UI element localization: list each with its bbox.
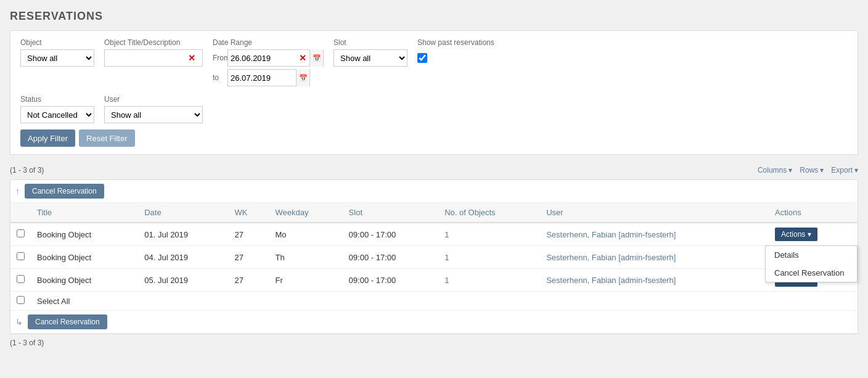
to-date-wrapper: 📅	[227, 69, 310, 86]
user-link[interactable]: Sesterhenn, Fabian [admin-fsesterh]	[546, 276, 676, 285]
row-slot: 09:00 - 17:00	[343, 246, 439, 269]
row-slot: 09:00 - 17:00	[343, 223, 439, 246]
header-wk: WK	[229, 203, 269, 223]
table-wrapper: ↑ Cancel Reservation Title Date WK Weekd…	[10, 179, 858, 334]
slot-filter-group: Slot Show all	[334, 38, 407, 67]
row-checkbox-cell	[10, 269, 31, 292]
to-date-input[interactable]	[228, 71, 296, 85]
past-reservations-group: Show past reservations	[417, 38, 494, 63]
select-up-icon: ↑	[15, 186, 20, 196]
actions-dropdown-menu: Details Cancel Reservation	[765, 245, 858, 282]
row-date: 01. Jul 2019	[138, 223, 228, 246]
select-all-row: Select All	[10, 292, 858, 311]
title-input[interactable]	[105, 51, 185, 65]
row-wk: 27	[229, 269, 269, 292]
row-num-objects: 1	[438, 246, 540, 269]
header-user: User	[540, 203, 769, 223]
row-title: Booking Object	[31, 269, 138, 292]
title-filter-group: Object Title/Description ✕	[104, 38, 203, 67]
date-range-label: Date Range	[213, 38, 324, 47]
apply-filter-button[interactable]: Apply Filter	[20, 129, 75, 147]
top-cancel-reservation-button[interactable]: Cancel Reservation	[25, 184, 104, 199]
row-checkbox-cell	[10, 246, 31, 269]
export-label: Export	[831, 166, 853, 175]
row-num-objects: 1	[438, 223, 540, 246]
row-wk: 27	[229, 246, 269, 269]
row-date: 05. Jul 2019	[138, 269, 228, 292]
user-select[interactable]: Show all	[104, 106, 203, 123]
from-clear-icon[interactable]: ✕	[296, 49, 309, 67]
to-label: to	[213, 73, 225, 82]
user-link[interactable]: Sesterhenn, Fabian [admin-fsesterh]	[546, 253, 676, 262]
slot-select[interactable]: Show all	[334, 49, 407, 67]
export-chevron-icon: ▾	[854, 166, 858, 175]
object-select[interactable]: Show all	[20, 49, 94, 67]
reservations-table: Title Date WK Weekday Slot No. of Object…	[10, 203, 858, 311]
table-row: Booking Object 01. Jul 2019 27 Mo 09:00 …	[10, 223, 858, 246]
top-toolbar: ↑ Cancel Reservation	[10, 180, 858, 203]
row-wk: 27	[229, 223, 269, 246]
row-weekday: Mo	[269, 223, 342, 246]
past-reservations-checkbox[interactable]	[417, 53, 427, 63]
user-link[interactable]: Sesterhenn, Fabian [admin-fsesterh]	[546, 230, 676, 239]
results-controls: Columns ▾ Rows ▾ Export ▾	[758, 166, 858, 175]
rows-button[interactable]: Rows ▾	[800, 166, 824, 175]
table-header-row: Title Date WK Weekday Slot No. of Object…	[10, 203, 858, 223]
select-all-checkbox[interactable]	[17, 296, 25, 304]
to-calendar-icon[interactable]: 📅	[296, 69, 309, 86]
cancel-reservation-item[interactable]: Cancel Reservation	[766, 264, 857, 282]
row-user: Sesterhenn, Fabian [admin-fsesterh]	[540, 223, 769, 246]
select-all-checkbox-cell	[10, 292, 31, 311]
row-checkbox[interactable]	[17, 275, 25, 283]
columns-chevron-icon: ▾	[788, 166, 792, 175]
header-slot: Slot	[343, 203, 439, 223]
status-filter-group: Status Not Cancelled All Cancelled	[20, 95, 94, 123]
status-select[interactable]: Not Cancelled All Cancelled	[20, 106, 94, 123]
page-title: RESERVATIONS	[10, 10, 858, 23]
object-filter-label: Object	[20, 38, 94, 47]
bottom-toolbar: ↳ Cancel Reservation	[10, 311, 858, 334]
rows-label: Rows	[800, 166, 818, 175]
table-row: Booking Object 04. Jul 2019 27 Th 09:00 …	[10, 246, 858, 269]
results-count-top: (1 - 3 of 3)	[10, 163, 44, 177]
select-all-label-cell: Select All	[31, 292, 858, 311]
columns-button[interactable]: Columns ▾	[758, 166, 792, 175]
from-date-input[interactable]	[228, 51, 296, 65]
row-user: Sesterhenn, Fabian [admin-fsesterh]	[540, 269, 769, 292]
row-user: Sesterhenn, Fabian [admin-fsesterh]	[540, 246, 769, 269]
row-checkbox[interactable]	[17, 252, 25, 260]
from-label: From	[213, 54, 225, 62]
reset-filter-button[interactable]: Reset Filter	[79, 129, 134, 147]
table-row: Booking Object 05. Jul 2019 27 Fr 09:00 …	[10, 269, 858, 292]
row-title: Booking Object	[31, 223, 138, 246]
select-all-label: Select All	[37, 297, 70, 306]
actions-cell: Actions ▾ Details Cancel Reservation	[769, 223, 858, 246]
row-checkbox[interactable]	[17, 229, 25, 237]
results-header: (1 - 3 of 3) Columns ▾ Rows ▾ Export ▾	[10, 160, 858, 179]
header-num-objects: No. of Objects	[438, 203, 540, 223]
rows-chevron-icon: ▾	[820, 166, 824, 175]
slot-filter-label: Slot	[334, 38, 407, 47]
title-input-wrapper: ✕	[104, 49, 203, 67]
user-filter-group: User Show all	[104, 95, 203, 123]
object-filter-group: Object Show all	[20, 38, 94, 67]
export-button[interactable]: Export ▾	[831, 166, 858, 175]
results-count-bottom: (1 - 3 of 3)	[10, 336, 44, 350]
title-filter-label: Object Title/Description	[104, 38, 203, 47]
row-weekday: Th	[269, 246, 342, 269]
header-title: Title	[31, 203, 138, 223]
details-item[interactable]: Details	[766, 246, 857, 264]
select-down-icon: ↳	[15, 317, 23, 327]
title-clear-icon[interactable]: ✕	[185, 49, 199, 67]
header-weekday: Weekday	[269, 203, 342, 223]
status-filter-label: Status	[20, 95, 94, 104]
header-date: Date	[138, 203, 228, 223]
filter-panel: Object Show all Object Title/Description…	[10, 30, 858, 155]
bottom-cancel-reservation-button[interactable]: Cancel Reservation	[28, 314, 107, 329]
from-date-wrapper: ✕ 📅	[227, 49, 324, 67]
past-reservations-label: Show past reservations	[417, 38, 494, 47]
user-filter-label: User	[104, 95, 203, 104]
header-checkbox-cell	[10, 203, 31, 223]
actions-dropdown-button[interactable]: Actions ▾	[775, 228, 817, 241]
from-calendar-icon[interactable]: 📅	[309, 49, 323, 67]
